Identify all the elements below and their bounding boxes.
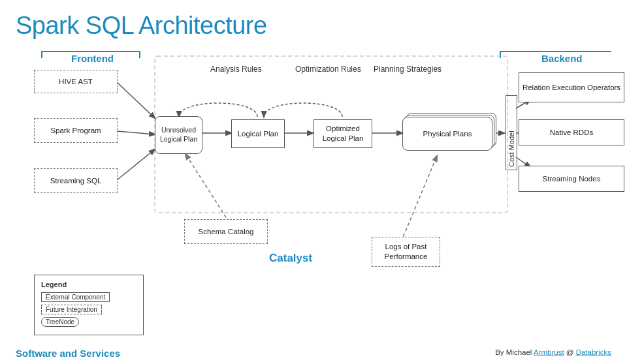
legend-future-box: Future Integration [41,305,102,314]
svg-line-2 [117,149,155,180]
legend-treenode: TreeNode [41,317,137,327]
databricks-link[interactable]: Databricks [576,348,611,356]
streaming-sql-box: Streaming SQL [34,168,118,193]
optimized-logical-box: Optimized Logical Plan [314,119,372,148]
planning-strategies-label: Planning Strategies [374,65,442,74]
schema-catalog-box: Schema Catalog [184,219,268,244]
legend-box: Legend External Component Future Integra… [34,275,144,335]
svg-line-0 [117,82,155,118]
cost-model-label: Cost Model [506,95,517,170]
page-title: Spark SQL Architecture [16,12,611,40]
relation-exec-box: Relation Execution Operators [519,72,624,102]
legend-title: Legend [41,281,137,288]
armbrust-link[interactable]: Armbrust [534,348,564,356]
footer-left: Software and Services [16,348,120,359]
streaming-nodes-box: Streaming Nodes [519,166,624,192]
unresolved-logical-box: Unresolved Logical Plan [155,116,202,154]
svg-line-6 [185,154,229,222]
physical-plans-box: Physical Plans [402,117,492,151]
page: Spark SQL Architecture [0,0,627,364]
legend-external: External Component [41,292,137,302]
logical-plan-box: Logical Plan [231,119,285,148]
svg-line-7 [401,156,437,242]
footer-right: By Michael Armbrust @ Databricks [495,348,611,356]
native-rdds-box: Native RDDs [519,119,624,145]
catalyst-label: Catalyst [269,252,312,265]
hive-ast-box: HIVE AST [34,70,118,93]
logs-past-box: Logs of Past Performance [372,237,440,267]
analysis-rules-label: Analysis Rules [210,65,262,74]
svg-line-1 [117,131,155,134]
legend-external-box: External Component [41,292,110,302]
diagram-area: Frontend Backend HIVE AST Spark Program … [16,46,611,320]
legend-treenode-box: TreeNode [41,317,79,327]
frontend-label: Frontend [71,53,114,64]
optimization-rules-label: Optimization Rules [295,65,361,74]
legend-future: Future Integration [41,305,137,314]
backend-label: Backend [541,53,583,64]
spark-program-box: Spark Program [34,118,118,143]
